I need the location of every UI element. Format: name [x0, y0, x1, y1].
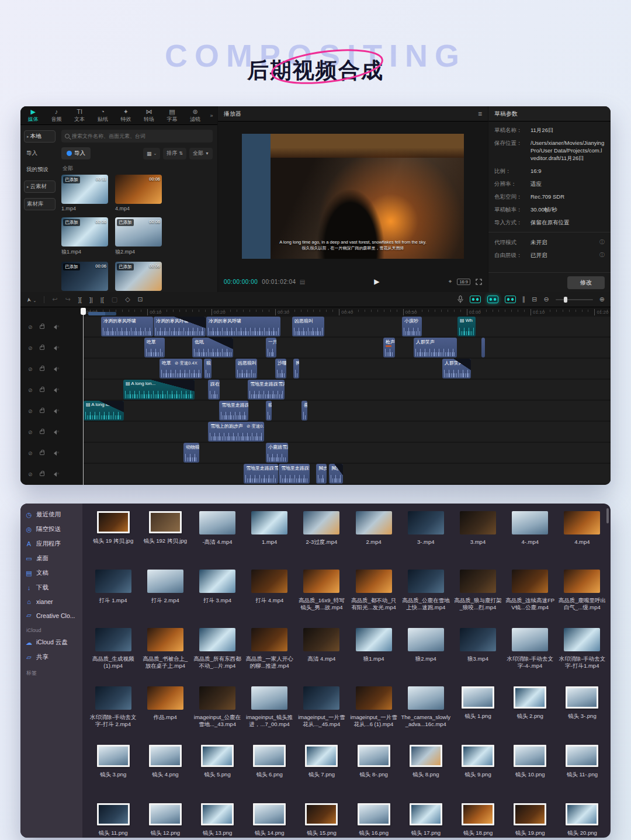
finder-file[interactable]: 打斗 3.mp4: [191, 565, 243, 624]
track-mute-icon[interactable]: ⁾⁾: [51, 451, 59, 456]
finder-file[interactable]: 高品质_16x9_特写镜头_男...故.mp4: [296, 565, 348, 624]
media-item[interactable]: 已添加00:111.mp4: [61, 175, 108, 211]
video-preview[interactable]: A long long time ago, in a deep and vast…: [242, 134, 464, 259]
finder-file[interactable]: 2-3过度.mp4: [296, 507, 348, 565]
track-speed-icon[interactable]: ⊘: [28, 345, 33, 351]
finder-file[interactable]: 高品质_书被合上_放在桌子上.mp4: [139, 624, 191, 682]
finder-file[interactable]: 镜头 6.png: [244, 741, 296, 799]
tab-转场[interactable]: ⋈转场: [137, 108, 161, 123]
fullscreen-icon[interactable]: [476, 279, 482, 285]
finder-file[interactable]: 打斗 2.mp4: [139, 565, 191, 624]
finder-file[interactable]: 高品质_连续高速FPV镜...公鹿.mp4: [504, 565, 556, 624]
track-lock-icon[interactable]: [40, 367, 44, 371]
track-speed-icon[interactable]: ⊘: [28, 387, 33, 393]
tab-音频[interactable]: ♪音频: [45, 108, 68, 123]
timeline-clip[interactable]: 狼: [204, 359, 212, 379]
track-speed-icon[interactable]: ⊘: [28, 366, 33, 372]
media-item[interactable]: 已添加00:06狼2.mp4: [115, 217, 162, 256]
timeline-clip[interactable]: 雪地上的跑步声⊘ 变速0.5: [208, 422, 264, 442]
finder-sidebar-item[interactable]: A应用程序: [25, 540, 78, 548]
finder-file[interactable]: 水印消除-手动去文字-4-.mp4: [504, 624, 556, 682]
timeline-clip[interactable]: 人群笑声: [414, 338, 457, 357]
finder-file[interactable]: 镜头 3-.png: [556, 682, 608, 741]
finder-file[interactable]: 镜头 13.png: [191, 799, 243, 838]
timeline-clip[interactable]: 冷冽的寒风呼啸: [101, 317, 153, 336]
finder-file[interactable]: 高品质_所有东西都不动_...片.mp4: [191, 624, 243, 682]
view-mode-button[interactable]: ▦⌄: [143, 148, 160, 159]
track-lock-icon[interactable]: [40, 473, 44, 476]
finder-file[interactable]: 打斗 1.mp4: [87, 565, 139, 624]
timeline-clip[interactable]: [481, 338, 485, 357]
finder-file[interactable]: 高品质_生成视频 (1).mp4: [87, 624, 139, 682]
timeline-clip[interactable]: 冷冽的寒风呼啸: [154, 317, 206, 336]
finder-file[interactable]: imageinput_一片雪花从..._45.mp4: [296, 682, 348, 741]
timeline-clip[interactable]: 冷冽的寒风呼啸: [206, 317, 280, 336]
track-mute-icon[interactable]: ⁾⁾: [51, 430, 59, 435]
zoom-in-icon[interactable]: ⊕: [599, 296, 605, 303]
tab-贴纸[interactable]: ◔贴纸: [91, 108, 115, 123]
split-track-icon[interactable]: ∥: [522, 296, 526, 303]
zoom-out-icon[interactable]: ⊖: [544, 296, 549, 303]
finder-file[interactable]: 镜头 10.png: [504, 741, 556, 799]
timeline-clip[interactable]: 低吼: [192, 338, 233, 357]
ratio-badge[interactable]: 16:9: [457, 279, 470, 285]
undo-icon[interactable]: ↩: [52, 296, 57, 303]
track-mute-icon[interactable]: ⁾⁾: [51, 472, 59, 477]
tab-媒体[interactable]: ▶媒体: [22, 108, 45, 123]
sidebar-item-导入[interactable]: 导入: [24, 148, 56, 159]
sidebar-item-本地[interactable]: ▸本地: [24, 130, 56, 143]
link-toggle-icon[interactable]: [470, 296, 481, 303]
timeline-clip[interactable]: 狗: [293, 359, 299, 379]
split-right-icon[interactable]: |[: [100, 296, 104, 303]
timeline-clip[interactable]: 脚步: [316, 464, 327, 484]
more-tabs-icon[interactable]: »: [207, 113, 216, 119]
track-speed-icon[interactable]: ⊘: [28, 471, 33, 477]
track-lock-icon[interactable]: [40, 346, 44, 350]
finder-sidebar-item[interactable]: ◎隔空投送: [25, 525, 78, 533]
timeline-clip[interactable]: ▤ A long lon...: [84, 401, 124, 421]
finder-file[interactable]: 高品质_鹿嘴里呼出白气_...缓.mp4: [556, 565, 608, 624]
finder-sidebar-item[interactable]: ▱Creative Clo...: [25, 612, 78, 619]
finder-sidebar-item[interactable]: ▤文稿: [25, 569, 78, 577]
finder-file[interactable]: 4.mp4: [556, 507, 608, 565]
modify-button[interactable]: 修改: [567, 276, 605, 289]
record-voiceover-icon[interactable]: [457, 296, 463, 303]
finder-file[interactable]: 镜头 17.png: [400, 799, 452, 838]
frame-step-icon[interactable]: ▤: [300, 279, 305, 285]
track-mute-icon[interactable]: ⁾⁾: [51, 409, 59, 414]
finder-file[interactable]: 3-.mp4: [400, 507, 452, 565]
finder-file[interactable]: 打斗 4.mp4: [244, 565, 296, 624]
tab-文本[interactable]: TI文本: [68, 108, 91, 123]
media-item[interactable]: 已添加00:06狼1.mp4: [61, 217, 108, 256]
track-speed-icon[interactable]: ⊘: [28, 450, 33, 456]
finder-file[interactable]: 镜头 16.png: [348, 799, 400, 838]
sort-button[interactable]: 排序⇅: [163, 148, 186, 159]
finder-file[interactable]: 镜头 2.png: [504, 682, 556, 741]
finder-file[interactable]: 高品质_公鹿在雪地上快...速跑.mp4: [400, 565, 452, 624]
finder-file[interactable]: 镜头 12.png: [139, 799, 191, 838]
sidebar-item-我的预设[interactable]: 我的预设: [24, 164, 56, 175]
player-menu-icon[interactable]: ≡: [478, 110, 482, 118]
sidebar-item-素材库[interactable]: 素材库: [24, 198, 56, 210]
track-lock-icon[interactable]: [40, 431, 44, 434]
finder-sidebar-item[interactable]: ▱共享: [25, 653, 78, 661]
finder-sidebar-item[interactable]: ↓下载: [25, 584, 78, 592]
finder-file[interactable]: imageinput_一片雪花从...6 (1).mp4: [348, 682, 400, 741]
collapsed-track-bar[interactable]: [88, 312, 116, 315]
search-input[interactable]: [72, 133, 209, 139]
finder-file[interactable]: 镜头 14.png: [244, 799, 296, 838]
info-icon[interactable]: ⓘ: [599, 238, 605, 246]
preview-axis-icon[interactable]: ⊟: [532, 296, 537, 303]
timeline-zoom-slider[interactable]: [556, 299, 593, 300]
timeline-clip[interactable]: 枪声: [383, 338, 395, 357]
timeline-clip[interactable]: 雪地里走路踩雪: [219, 401, 248, 421]
finder-file[interactable]: 4-.mp4: [504, 507, 556, 565]
finder-file[interactable]: imageinput_镜头推进，...7_00.mp4: [244, 682, 296, 741]
finder-sidebar-item[interactable]: ◷最近使用: [25, 511, 78, 519]
sidebar-item-云素材[interactable]: ▸云素材: [24, 181, 56, 193]
finder-file[interactable]: 镜头 7.png: [296, 741, 348, 799]
timeline-clip[interactable]: 凶恶狼叫: [292, 317, 324, 336]
info-icon[interactable]: ⓘ: [599, 251, 605, 259]
finder-file[interactable]: 水印消除-手动去文字-打斗1.mp4: [556, 624, 608, 682]
track-lock-icon[interactable]: [40, 388, 44, 392]
